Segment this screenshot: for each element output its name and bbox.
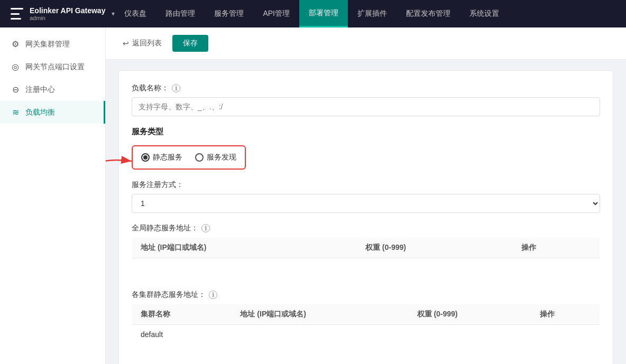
- registry-icon: ⊖: [11, 85, 20, 95]
- form-content: 负载名称： ℹ 服务类型: [106, 60, 626, 364]
- radio-discovery-service[interactable]: 服务发现: [195, 153, 236, 162]
- cluster-col-weight: 权重 (0-999): [409, 304, 532, 325]
- global-col-action: 操作: [513, 238, 600, 258]
- form-section-main: 负载名称： ℹ 服务类型: [118, 70, 613, 364]
- cluster-col-name: 集群名称: [132, 304, 232, 325]
- name-label: 负载名称： ℹ: [132, 83, 600, 93]
- global-static-table: 地址 (IP端口或域名) 权重 (0-999) 操作: [132, 237, 600, 279]
- radio-group-service-type: 静态服务 服务发现: [132, 145, 246, 170]
- radio-discovery-label: 服务发现: [207, 153, 236, 162]
- form-row-register: 服务注册方式： 1 2 3: [132, 180, 600, 213]
- hamburger-icon[interactable]: [8, 5, 25, 22]
- topnav: Eolinker API Gateway admin ▾ 仪表盘 路由管理 服务…: [0, 0, 626, 27]
- global-table-empty-row: [132, 258, 600, 279]
- global-static-info-icon: ℹ: [201, 224, 210, 232]
- cluster-icon: ⚙: [11, 39, 20, 49]
- main-toolbar: ↩ 返回列表 保存: [106, 27, 626, 60]
- radio-static-icon: [141, 153, 150, 162]
- global-col-address: 地址 (IP端口或域名): [132, 238, 357, 258]
- cluster-row-address: [232, 325, 408, 344]
- sidebar-item-registry-label: 注册中心: [25, 85, 55, 95]
- service-type-title: 服务类型: [132, 127, 600, 137]
- topnav-item-api[interactable]: API管理: [253, 0, 299, 27]
- sidebar-item-cluster[interactable]: ⚙ 网关集群管理: [0, 33, 105, 55]
- cluster-static-label: 各集群静态服务地址： ℹ: [132, 290, 600, 300]
- topnav-item-route[interactable]: 路由管理: [156, 0, 205, 27]
- radio-container: 静态服务 服务发现: [132, 145, 246, 170]
- name-info-icon: ℹ: [172, 84, 180, 92]
- topnav-menu: 仪表盘 路由管理 服务管理 API管理 部署管理 扩展插件 配置发布管理 系统设…: [115, 0, 626, 27]
- global-table-header-row: 地址 (IP端口或域名) 权重 (0-999) 操作: [132, 238, 600, 258]
- back-arrow-icon: ↩: [123, 39, 129, 48]
- layout: ⚙ 网关集群管理 ◎ 网关节点端口设置 ⊖ 注册中心 ≋ 负载均衡 ↩ 返回列表…: [0, 27, 626, 364]
- radio-static-service[interactable]: 静态服务: [141, 153, 182, 162]
- form-row-name: 负载名称： ℹ: [132, 83, 600, 116]
- topnav-item-service[interactable]: 服务管理: [205, 0, 253, 27]
- sidebar-item-loadbalance[interactable]: ≋ 负载均衡: [0, 101, 105, 124]
- main-content-area: ↩ 返回列表 保存 负载名称： ℹ 服务类型: [106, 27, 626, 364]
- register-select[interactable]: 1 2 3: [132, 194, 600, 213]
- radio-discovery-icon: [195, 153, 204, 162]
- form-row-global-static: 全局静态服务地址： ℹ 地址 (IP端口或域名) 权重 (0-999) 操作: [132, 223, 600, 279]
- brand: Eolinker API Gateway admin ▾: [8, 5, 115, 22]
- topnav-item-deploy[interactable]: 部署管理: [299, 0, 348, 27]
- sidebar-item-cluster-label: 网关集群管理: [25, 40, 70, 49]
- cluster-row-weight: [409, 325, 532, 344]
- brand-user: admin: [30, 15, 105, 21]
- topnav-item-plugins[interactable]: 扩展插件: [348, 0, 397, 27]
- cluster-row-name: default: [132, 325, 232, 344]
- brand-title: Eolinker API Gateway: [30, 6, 105, 15]
- back-label: 返回列表: [132, 39, 162, 48]
- cluster-col-address: 地址 (IP端口或域名): [232, 304, 408, 325]
- cluster-static-info-icon: ℹ: [209, 291, 217, 299]
- topnav-item-dashboard[interactable]: 仪表盘: [115, 0, 156, 27]
- back-button[interactable]: ↩ 返回列表: [118, 35, 166, 51]
- cluster-table-header-row: 集群名称 地址 (IP端口或域名) 权重 (0-999) 操作: [132, 304, 600, 325]
- register-label: 服务注册方式：: [132, 180, 600, 190]
- radio-static-label: 静态服务: [153, 153, 182, 162]
- cluster-col-action: 操作: [531, 304, 600, 325]
- cluster-static-table: 集群名称 地址 (IP端口或域名) 权重 (0-999) 操作 default: [132, 304, 600, 344]
- save-button[interactable]: 保存: [172, 35, 208, 52]
- global-static-label: 全局静态服务地址： ℹ: [132, 223, 600, 233]
- form-row-service-type: 服务类型: [132, 127, 600, 170]
- sidebar-item-port-label: 网关节点端口设置: [25, 62, 85, 72]
- cluster-row-action: [531, 325, 600, 344]
- loadbalance-icon: ≋: [11, 107, 20, 117]
- sidebar-item-registry[interactable]: ⊖ 注册中心: [0, 78, 105, 101]
- name-input[interactable]: [132, 97, 600, 116]
- topnav-item-config[interactable]: 配置发布管理: [397, 0, 460, 27]
- sidebar: ⚙ 网关集群管理 ◎ 网关节点端口设置 ⊖ 注册中心 ≋ 负载均衡: [0, 27, 106, 364]
- topnav-item-settings[interactable]: 系统设置: [460, 0, 509, 27]
- port-icon: ◎: [11, 62, 20, 72]
- sidebar-item-port[interactable]: ◎ 网关节点端口设置: [0, 55, 105, 78]
- brand-text: Eolinker API Gateway admin: [30, 6, 105, 21]
- form-row-cluster-static: 各集群静态服务地址： ℹ 集群名称 地址 (IP端口或域名) 权重 (0-999…: [132, 290, 600, 344]
- table-row: default: [132, 325, 600, 344]
- global-col-weight: 权重 (0-999): [357, 238, 513, 258]
- sidebar-item-loadbalance-label: 负载均衡: [25, 108, 55, 117]
